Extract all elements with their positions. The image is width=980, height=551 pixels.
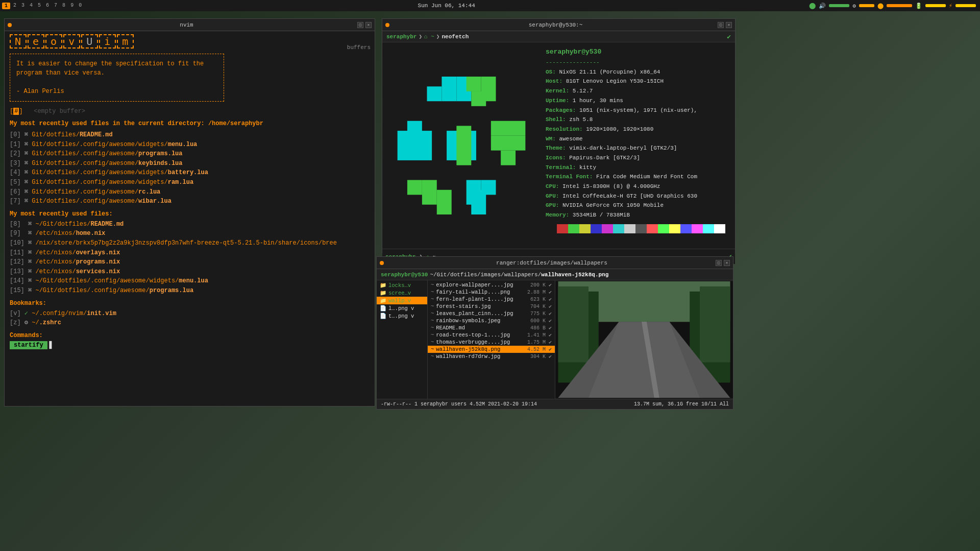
power-bar: [955, 4, 976, 7]
color-block-4: [591, 224, 602, 233]
ranger-mid-item-9[interactable]: ~ wallhaven-rd7drw.jpg 304 K ✔: [428, 353, 555, 360]
nvim-file-4: [4] ⌘ Git/dotfiles/.config/awesome/widge…: [10, 168, 370, 178]
workspace-8[interactable]: 8: [60, 3, 67, 9]
ranger-statusbar: -rw-r--r-- 1 seraphybr users 4.52M 2021-…: [377, 399, 733, 409]
neofetch-ctrl-1[interactable]: ◫: [718, 22, 724, 28]
nvim-pin-icon: [8, 23, 12, 27]
volume-bar[interactable]: [829, 4, 849, 7]
workspace-9[interactable]: 9: [68, 3, 76, 9]
nvim-cursor: ▋: [50, 341, 54, 349]
ranger-mid-name-9: wallhaven-rd7drw.jpg: [436, 353, 500, 360]
ranger-left-item-1[interactable]: 📁 locks…v: [377, 281, 427, 289]
svg-marker-27: [589, 322, 700, 398]
workspace-0[interactable]: 0: [77, 3, 84, 9]
nvim-bookmarks-title: Bookmarks:: [10, 300, 370, 307]
datetime-label: Sun Jun 06, 14:44: [418, 3, 475, 9]
ranger-mid-item-3[interactable]: ~ fern-leaf-plant-1....jpg 623 K ✔: [428, 296, 555, 303]
nvim-file-10: [10] ⌘ /nix/store/brkx5p7bg2z2a9kj3nzspv…: [10, 238, 370, 248]
ranger-status-right: 13.7M sum, 36.1G free 10/11 All: [634, 401, 729, 407]
ranger-left-item-4[interactable]: 📄 l….png v: [377, 304, 427, 312]
file-icon: 📄: [380, 305, 386, 312]
ranger-ctrl-2[interactable]: ✕: [724, 260, 730, 266]
nvim-startify-badge: startify: [10, 341, 47, 349]
ranger-left-item-3[interactable]: 📁 wallp…v: [377, 297, 427, 304]
neofetch-resolution: Resolution: 1920×1080, 1920×1080: [546, 125, 730, 134]
cpu-bar: [859, 4, 874, 7]
ranger-mid-item-4[interactable]: ~ forest-stairs.jpg 704 K ✔: [428, 303, 555, 310]
neofetch-main: seraphybr@y530 ---------------- OS: NixO…: [382, 42, 735, 249]
ranger-left-item-2[interactable]: 📁 scree…v: [377, 289, 427, 297]
svg-rect-24: [700, 286, 730, 363]
neofetch-breadcrumb-arrow2: ❯: [436, 33, 440, 40]
nvim-file-15: [15] ⌘ ~/Git/dotfiles/.config/awesome/pr…: [10, 286, 370, 296]
nvim-file-1: [1] ⌘ Git/dotfiles/.config/awesome/widge…: [10, 140, 370, 150]
ranger-left-name-5: t….png v: [388, 313, 414, 319]
ranger-panel-left: 📁 locks…v 📁 scree…v 📁 wallp…v 📄 l….png v…: [377, 280, 428, 399]
nvim-ctrl-1[interactable]: ◫: [357, 22, 363, 28]
workspace-6[interactable]: 6: [44, 3, 51, 9]
nvim-file-3: [3] ⌘ Git/dotfiles/.config/awesome/keybi…: [10, 159, 370, 169]
ranger-titlebar: ranger:dotfiles/images/wallpapers ◫ ✕: [377, 257, 733, 269]
color-block-13: [692, 224, 703, 233]
neofetch-window: seraphybr@y530:~ ◫ ✕ seraphybr ❯ ⌂ ~ ❯ n…: [382, 18, 736, 253]
color-block-10: [658, 224, 669, 233]
ranger-mid-item-readme[interactable]: ~ README.md 486 B ✔: [428, 324, 555, 331]
neofetch-separator: ----------------: [546, 58, 730, 67]
neofetch-color-blocks: [546, 224, 730, 233]
ranger-left-item-5[interactable]: 📄 t….png v: [377, 312, 427, 320]
network-icon: ⬤: [809, 2, 816, 10]
workspace-4[interactable]: 4: [28, 3, 35, 9]
nvim-ctrl-2[interactable]: ✕: [365, 22, 372, 28]
ranger-mid-name-7: road-trees-top-1....jpg: [436, 332, 510, 338]
ranger-mid-item-7[interactable]: ~ road-trees-top-1....jpg 1.41 M ✔: [428, 331, 555, 339]
ranger-ctrl-1[interactable]: ◫: [716, 260, 722, 266]
ranger-controls: ◫ ✕: [716, 260, 730, 266]
neofetch-ctrl-2[interactable]: ✕: [726, 22, 732, 28]
neofetch-breadcrumb-home: ⌂ ~: [424, 34, 434, 40]
neofetch-username: seraphybr@y530: [546, 46, 730, 58]
neofetch-controls: ◫ ✕: [718, 22, 732, 28]
ranger-mid-item-selected[interactable]: ~ wallhaven-j52k8q.png 4.52 M ✔: [428, 346, 555, 353]
neofetch-kernel: Kernel: 5.12.7: [546, 86, 730, 96]
ranger-mid-name-5: leaves_plant_cinn....jpg: [436, 310, 513, 317]
nvim-file-0: [0] ⌘ Git/dotfiles/README.md: [10, 130, 370, 140]
svg-rect-7: [398, 146, 432, 160]
svg-rect-2: [427, 86, 442, 101]
ranger-status-left: -rw-r--r-- 1 seraphybr users 4.52M 2021-…: [381, 401, 537, 407]
file-icon-2: 📄: [380, 313, 386, 319]
nvim-file-6: [6] ⌘ Git/dotfiles/.config/awesome/rc.lu…: [10, 187, 370, 197]
neofetch-info-panel: seraphybr@y530 ---------------- OS: NixO…: [541, 42, 735, 249]
ranger-mid-item-5[interactable]: ~ leaves_plant_cinn....jpg 775 K ✔: [428, 310, 555, 317]
color-block-6: [613, 224, 624, 233]
nvim-files-list1: [0] ⌘ Git/dotfiles/README.md [1] ⌘ Git/d…: [10, 130, 370, 206]
workspace-2[interactable]: 2: [11, 3, 18, 9]
ranger-mid-item-8[interactable]: ~ thomas-verbrugge....jpg 1.75 M ✔: [428, 339, 555, 346]
color-block-9: [647, 224, 658, 233]
nvim-window: nvim ◫ ✕ buffers N e o v U i m: [4, 18, 375, 406]
neofetch-theme: Theme: vimix-dark-laptop-beryl [GTK2/3]: [546, 143, 730, 153]
ranger-left-name-2: scree…v: [388, 290, 411, 296]
workspace-7[interactable]: 7: [52, 3, 59, 9]
neofetch-icons: Icons: Papirus-Dark [GTK2/3]: [546, 153, 730, 163]
ranger-filename: wallhaven-j52k8q.png: [541, 272, 608, 278]
neofetch-breadcrumb-host: seraphybr: [386, 34, 416, 40]
ranger-mid-item-6[interactable]: ~ rainbow-symbols.jpeg 600 K ✔: [428, 317, 555, 324]
workspace-5[interactable]: 5: [36, 3, 43, 9]
ranger-mid-size-6: 600 K ✔: [530, 318, 552, 324]
ranger-mid-item-2[interactable]: ~ fairy-tail-wallp....png 2.88 M ✔: [428, 289, 555, 296]
svg-rect-17: [471, 190, 486, 214]
color-block-7: [624, 224, 635, 233]
taskbar-left: 1 2 3 4 5 6 7 8 9 0: [0, 3, 84, 9]
color-block-8: [635, 224, 647, 233]
workspace-3[interactable]: 3: [19, 3, 27, 9]
neofetch-shell: Shell: zsh 5.8: [546, 115, 730, 125]
ranger-mid-size-8: 1.75 M ✔: [527, 339, 552, 345]
workspace-1[interactable]: 1: [2, 3, 10, 9]
nvim-file-11: [11] ⌘ /etc/nixos/overlays.nix: [10, 248, 370, 258]
ranger-topbar: seraphybr@y530 ~/Git/dotfiles/images/wal…: [377, 269, 733, 280]
gear-icon: ⚙: [852, 3, 856, 9]
ranger-mid-item-1[interactable]: ~ explore-wallpaper....jpg 200 K ✔: [428, 281, 555, 289]
nvim-file-8: [8] ⌘ ~/Git/dotfiles/README.md: [10, 220, 370, 229]
nvim-empty-buffer: [#] <empty buffer>: [10, 108, 370, 115]
nvim-file-9: [9] ⌘ /etc/nixos/home.nix: [10, 229, 370, 238]
